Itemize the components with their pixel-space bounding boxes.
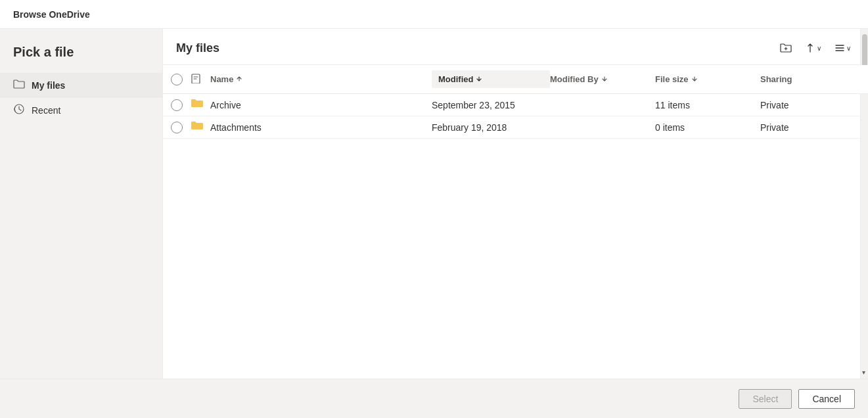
scrollbar-thumb[interactable] (862, 34, 867, 67)
row-checkbox-archive[interactable] (171, 99, 183, 111)
modified-by-sort-icon (601, 74, 608, 84)
new-folder-button[interactable] (776, 39, 796, 57)
row-modified-archive: September 23, 2015 (432, 100, 550, 110)
cancel-button[interactable]: Cancel (798, 389, 855, 409)
row-select-archive[interactable] (171, 99, 191, 111)
content-title: My files (176, 41, 219, 55)
app-title: Browse OneDrive (13, 9, 90, 20)
header-sharing: Sharing (760, 74, 852, 84)
header-select (171, 74, 191, 85)
table-row[interactable]: Archive September 23, 2015 11 items Priv… (163, 94, 868, 116)
sort-button[interactable]: ∨ (801, 40, 825, 56)
modified-sort-icon (476, 74, 482, 84)
sidebar: Pick a file My files Recent (0, 29, 163, 379)
view-chevron-icon: ∨ (846, 45, 851, 52)
header-modified[interactable]: Modified (432, 70, 550, 88)
sidebar-item-my-files[interactable]: My files (0, 73, 162, 98)
scroll-down-arrow[interactable]: ▾ (862, 369, 865, 376)
header-sharing-label: Sharing (760, 74, 792, 84)
app-title-bar: Browse OneDrive (0, 0, 868, 29)
row-modified-attachments: February 19, 2018 (432, 122, 550, 133)
header-modified-by[interactable]: Modified By (550, 74, 655, 84)
sidebar-item-label-my-files: My files (32, 80, 65, 91)
header-file-size[interactable]: File size (655, 74, 760, 84)
folder-nav-icon (13, 78, 25, 93)
header-name-label: Name (210, 74, 233, 84)
select-button[interactable]: Select (739, 389, 792, 409)
row-select-attachments[interactable] (171, 122, 191, 133)
header-name[interactable]: Name (210, 74, 432, 84)
header-type (191, 73, 210, 85)
toolbar-icons: ∨ ∨ (776, 39, 855, 57)
select-all-checkbox[interactable] (171, 74, 183, 85)
view-button[interactable]: ∨ (831, 40, 855, 56)
sidebar-heading: Pick a file (0, 39, 162, 73)
row-checkbox-attachments[interactable] (171, 122, 183, 133)
file-size-sort-icon (691, 74, 698, 84)
recent-nav-icon (13, 103, 25, 118)
row-file-size-archive: 11 items (655, 100, 760, 110)
folder-type-icon-attachments (191, 120, 210, 134)
row-name-attachments: Attachments (210, 122, 432, 133)
row-name-archive: Archive (210, 100, 432, 110)
file-table: Name Modified Modi (163, 65, 868, 379)
header-file-size-label: File size (655, 74, 689, 84)
name-sort-icon (236, 74, 242, 84)
header-modified-label: Modified (438, 74, 473, 84)
row-sharing-archive: Private (760, 100, 852, 110)
content-header: My files ∨ (163, 29, 868, 65)
row-file-size-attachments: 0 items (655, 122, 760, 133)
main-container: Pick a file My files Recent My files (0, 29, 868, 379)
header-modified-by-label: Modified By (550, 74, 599, 84)
sidebar-item-recent[interactable]: Recent (0, 98, 162, 123)
footer: Select Cancel (0, 379, 868, 418)
sidebar-item-label-recent: Recent (32, 105, 60, 116)
table-header: Name Modified Modi (163, 65, 868, 94)
folder-type-icon-archive (191, 98, 210, 112)
table-row[interactable]: Attachments February 19, 2018 0 items Pr… (163, 116, 868, 139)
row-sharing-attachments: Private (760, 122, 852, 133)
sort-chevron-icon: ∨ (817, 45, 821, 52)
content-area: My files ∨ (163, 29, 868, 379)
